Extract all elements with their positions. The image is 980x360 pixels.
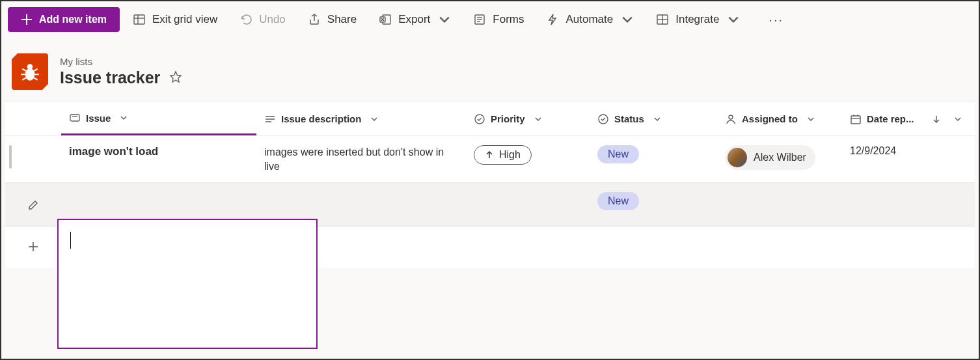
automate-button[interactable]: Automate	[537, 7, 643, 33]
forms-label: Forms	[493, 13, 524, 26]
share-icon	[308, 13, 321, 26]
svg-rect-2	[134, 15, 144, 24]
cell-assigned-to[interactable]	[717, 183, 842, 227]
person-icon	[725, 113, 737, 125]
cell-issue[interactable]: image won't load	[61, 136, 256, 182]
add-row-button[interactable]	[27, 241, 39, 255]
integrate-icon	[656, 13, 669, 26]
edit-icon	[27, 199, 39, 211]
chevron-down-icon	[653, 115, 661, 123]
undo-label: Undo	[259, 13, 286, 26]
issue-edit-textbox[interactable]	[57, 219, 318, 349]
svg-point-31	[729, 115, 733, 119]
undo-icon	[239, 13, 252, 26]
chevron-down-icon	[621, 13, 634, 26]
grid-header-row: Issue Issue description Priority Status …	[5, 102, 975, 136]
export-label: Export	[398, 13, 430, 26]
cell-date-reported[interactable]	[842, 183, 970, 227]
svg-rect-24	[70, 115, 79, 121]
priority-label: High	[499, 149, 521, 161]
date-value: 12/9/2024	[850, 145, 896, 157]
undo-button[interactable]: Undo	[230, 7, 295, 33]
add-new-item-label: Add new item	[39, 14, 107, 25]
cell-assigned-to[interactable]: Alex Wilber	[717, 136, 842, 182]
multiline-icon	[264, 113, 276, 125]
column-header-description[interactable]: Issue description	[256, 102, 466, 135]
cell-description[interactable]: images were inserted but don't show in l…	[256, 136, 466, 182]
bug-icon	[19, 61, 41, 83]
column-header-priority[interactable]: Priority	[466, 102, 590, 135]
exit-grid-label: Exit grid view	[152, 13, 217, 26]
svg-point-15	[25, 68, 35, 81]
cell-status[interactable]: New	[590, 136, 717, 182]
arrow-up-icon	[485, 150, 494, 159]
column-header-date-reported[interactable]: Date rep...	[842, 102, 970, 135]
person-name: Alex Wilber	[754, 152, 806, 163]
overflow-menu-button[interactable]: ···	[759, 6, 793, 34]
breadcrumb[interactable]: My lists	[60, 56, 182, 67]
automate-label: Automate	[565, 13, 613, 26]
row-gutter[interactable]	[5, 183, 61, 227]
svg-line-19	[22, 69, 25, 71]
svg-point-29	[475, 115, 484, 124]
column-label: Status	[614, 113, 644, 124]
share-button[interactable]: Share	[299, 7, 366, 33]
add-new-item-button[interactable]: Add new item	[8, 7, 120, 32]
svg-line-21	[22, 78, 25, 80]
column-header-issue[interactable]: Issue	[61, 102, 256, 135]
chevron-down-icon	[370, 115, 378, 123]
svg-point-16	[27, 64, 33, 70]
cell-status[interactable]: New	[590, 183, 717, 227]
status-pill: New	[597, 145, 639, 163]
integrate-label: Integrate	[675, 13, 719, 26]
plus-icon	[27, 241, 39, 253]
calendar-icon	[850, 113, 862, 125]
table-row[interactable]: image won't load images were inserted bu…	[5, 136, 975, 183]
row-indicator	[9, 145, 12, 169]
toolbar: Add new item Exit grid view Undo Share E…	[1, 1, 979, 38]
status-pill: New	[597, 192, 639, 210]
list-header: My lists Issue tracker	[1, 38, 979, 102]
chevron-down-icon	[534, 115, 542, 123]
cell-priority[interactable]	[466, 183, 590, 227]
svg-line-20	[34, 69, 37, 71]
star-icon	[169, 70, 182, 83]
column-label: Assigned to	[742, 113, 798, 124]
person-chip: Alex Wilber	[725, 145, 815, 170]
column-label: Issue description	[281, 113, 361, 124]
chevron-down-icon	[120, 114, 128, 122]
chevron-down-icon	[727, 13, 740, 26]
sort-descending-icon	[932, 115, 941, 124]
plus-icon	[21, 14, 33, 25]
automate-icon	[546, 13, 559, 26]
chevron-down-icon	[954, 115, 962, 123]
forms-button[interactable]: Forms	[464, 7, 533, 33]
chevron-down-icon	[438, 13, 451, 26]
favorite-button[interactable]	[169, 70, 182, 85]
integrate-button[interactable]: Integrate	[647, 7, 749, 33]
column-label: Issue	[86, 113, 111, 124]
exit-grid-view-button[interactable]: Exit grid view	[124, 7, 226, 33]
choice-icon	[474, 113, 485, 125]
text-caret	[70, 232, 71, 249]
forms-icon	[473, 13, 486, 26]
export-button[interactable]: Export	[370, 7, 460, 33]
choice-icon	[597, 113, 609, 125]
svg-marker-23	[170, 72, 181, 82]
text-field-icon	[69, 112, 81, 124]
priority-pill: High	[474, 145, 532, 165]
row-gutter[interactable]	[5, 136, 61, 182]
svg-rect-32	[851, 116, 860, 124]
grid-icon	[133, 13, 146, 26]
issue-title: image won't load	[69, 145, 158, 158]
column-header-assigned-to[interactable]: Assigned to	[717, 102, 842, 135]
issue-description: images were inserted but don't show in l…	[264, 145, 458, 173]
cell-date-reported[interactable]: 12/9/2024	[842, 136, 970, 182]
excel-icon	[379, 13, 392, 26]
chevron-down-icon	[807, 115, 815, 123]
avatar	[728, 148, 747, 167]
cell-priority[interactable]: High	[466, 136, 590, 182]
column-label: Priority	[491, 113, 525, 124]
share-label: Share	[327, 13, 357, 26]
column-header-status[interactable]: Status	[590, 102, 717, 135]
